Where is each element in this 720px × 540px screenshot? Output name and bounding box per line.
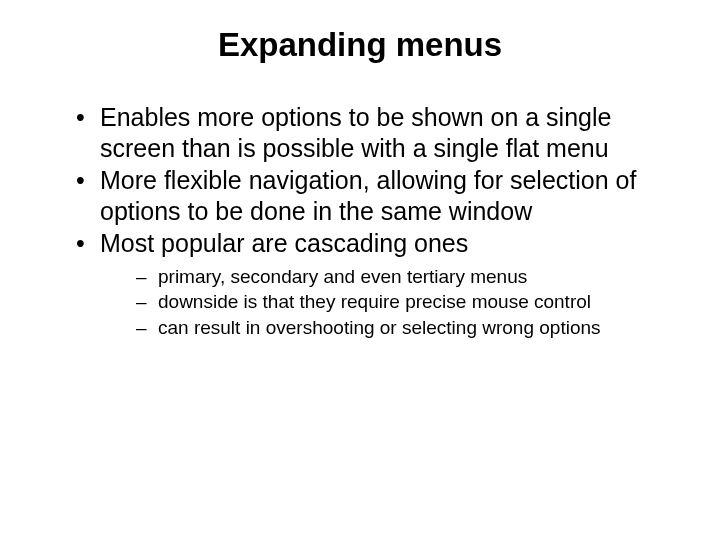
sub-bullet-item: can result in overshooting or selecting … [136,316,680,341]
sub-bullet-item: primary, secondary and even tertiary men… [136,265,680,290]
sub-bullet-item: downside is that they require precise mo… [136,290,680,315]
bullet-item: Enables more options to be shown on a si… [76,102,680,163]
bullet-item-text: Most popular are cascading ones [100,229,468,257]
slide-title: Expanding menus [40,26,680,64]
sub-bullet-list: primary, secondary and even tertiary men… [100,265,680,341]
main-bullet-list: Enables more options to be shown on a si… [40,102,680,341]
bullet-item: Most popular are cascading ones primary,… [76,228,680,341]
bullet-item: More flexible navigation, allowing for s… [76,165,680,226]
